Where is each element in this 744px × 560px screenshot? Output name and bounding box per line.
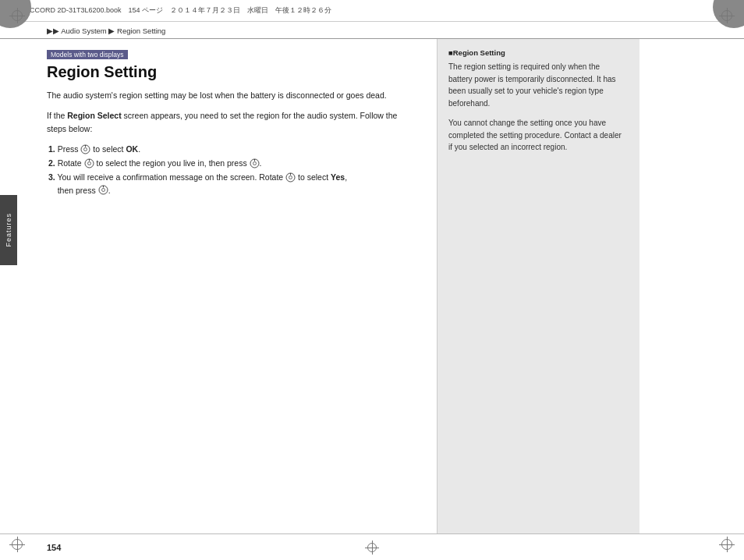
corner-bl-decoration [9,537,25,552]
svg-point-4 [87,161,90,165]
body-text-2: If the Region Select screen appears, you… [47,109,418,135]
corner-tr-decoration [719,8,735,23]
svg-point-7 [253,161,256,165]
breadcrumb-arrow1: ▶ [108,27,115,35]
svg-point-1 [84,147,87,151]
step-3: 3. You will receive a confirmation messa… [47,171,418,197]
breadcrumb-part2: Region Setting [117,27,165,35]
breadcrumb: ▶▶ Audio System ▶ Region Setting [0,22,744,39]
left-column: Models with two displays Region Setting … [0,39,437,533]
note-text-2: You cannot change the setting once you h… [448,117,624,154]
model-badge-text: Models with two displays [47,50,128,59]
top-bar: 15 ACCORD 2D-31T3L6200.book 154 ページ ２０１４… [0,0,744,22]
top-bar-text: 15 ACCORD 2D-31T3L6200.book 154 ページ ２０１４… [16,5,331,16]
page-number: 154 [47,543,61,552]
footer: 154 [0,533,744,560]
corner-br-decoration [719,537,735,552]
knob-icon-4 [285,172,296,183]
step-1: 1. Press to select OK. [47,143,418,155]
svg-point-10 [289,176,292,179]
right-column: ■Region Setting The region setting is re… [437,39,639,533]
svg-point-13 [101,189,105,192]
step-2: 2. Rotate to select the region you live … [47,157,418,169]
knob-icon-3 [250,158,260,168]
knob-icon-5 [98,185,108,195]
steps-list: 1. Press to select OK. 2. Rotate [47,143,418,197]
main-content: Features Models with two displays Region… [0,39,744,533]
side-tab-text: Features [5,213,12,247]
body-text-1: The audio system's region setting may be… [47,89,418,101]
model-badge: Models with two displays [47,48,418,62]
breadcrumb-prefix: ▶▶ [47,27,59,35]
side-tab: Features [0,195,17,265]
knob-icon-2 [84,158,94,168]
note-header: ■Region Setting [448,48,624,57]
page: 15 ACCORD 2D-31T3L6200.book 154 ページ ２０１４… [0,0,744,560]
breadcrumb-part1: Audio System [61,27,107,35]
footer-center-mark [365,541,379,555]
corner-tl-decoration [9,8,25,23]
page-heading: Region Setting [47,62,418,81]
knob-icon-1 [80,144,90,154]
note-text-1: The region setting is required only when… [448,61,624,109]
